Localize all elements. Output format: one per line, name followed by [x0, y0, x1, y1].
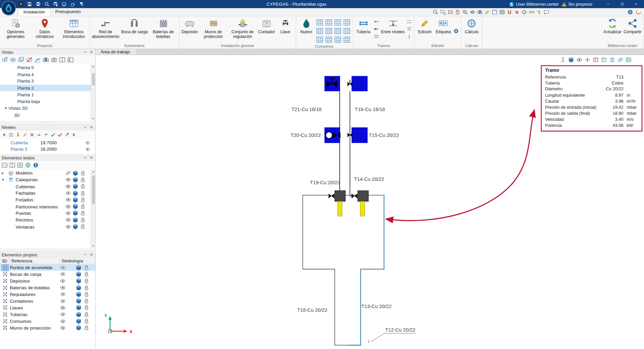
cube-icon[interactable]	[72, 183, 78, 189]
cube-icon[interactable]	[75, 278, 82, 284]
ribbon-button-edicion[interactable]: Edición	[416, 17, 434, 34]
check-red-icon[interactable]	[57, 132, 63, 138]
ribbon-button-deposito[interactable]: Depósito	[180, 17, 199, 34]
pipe-delete-icon[interactable]	[373, 26, 379, 32]
eye-icon[interactable]	[60, 318, 66, 324]
scroll-down-icon[interactable]: ▾	[93, 244, 94, 248]
zoom-window-icon[interactable]	[440, 9, 446, 15]
window-icon[interactable]	[492, 9, 498, 15]
tree-item-cubiertas[interactable]: Cubiertas	[0, 183, 91, 190]
circle-x-icon[interactable]	[453, 28, 459, 34]
grid-teal-icon[interactable]	[626, 57, 632, 63]
consumo-window-icon[interactable]	[343, 18, 351, 26]
contador-box[interactable]	[335, 191, 345, 201]
grid4-icon[interactable]	[17, 162, 23, 168]
pipe-stub-yellow[interactable]	[338, 201, 342, 216]
find-icon[interactable]	[432, 9, 438, 15]
eye-icon[interactable]	[576, 57, 582, 63]
propios-row-muros-de-proteccion[interactable]: Muros de protección	[0, 325, 95, 331]
plot-icon[interactable]	[61, 1, 67, 7]
next-icon[interactable]	[71, 132, 77, 138]
ribbon-button-boca-de-carga[interactable]: Boca de carga	[120, 17, 149, 34]
panel-resize-grip[interactable]: ·······	[0, 248, 95, 252]
previous-view-icon[interactable]	[462, 9, 468, 15]
camera-icon[interactable]	[42, 56, 49, 63]
propios-row-bocas-de-carga[interactable]: Bocas de carga	[0, 271, 95, 278]
minimize-button[interactable]	[601, 0, 615, 8]
tree-item-forjados[interactable]: Forjados	[0, 197, 91, 203]
prev-icon[interactable]	[1, 132, 7, 138]
scroll-up-icon[interactable]: ▴	[93, 64, 94, 68]
vista-item-planta-5[interactable]: Planta 5	[0, 64, 91, 71]
cube-icon[interactable]	[568, 57, 574, 63]
level-dash-icon[interactable]	[407, 18, 413, 24]
expander-icon[interactable]: ▸	[0, 171, 6, 175]
eye-icon[interactable]	[85, 140, 90, 145]
ribbon-tab-presupuesto[interactable]: Presupuesto	[50, 8, 86, 16]
cube-icon[interactable]	[75, 291, 82, 297]
cube-icon[interactable]	[72, 177, 78, 183]
arrow-ne-icon[interactable]	[64, 132, 70, 138]
comment-icon[interactable]	[543, 9, 549, 15]
contador-box[interactable]	[358, 191, 369, 201]
lock-icon[interactable]	[84, 318, 90, 324]
lock-icon[interactable]	[80, 190, 86, 196]
hammer-icon[interactable]	[536, 9, 542, 15]
app-menu-icon[interactable]	[18, 1, 24, 7]
cube-icon[interactable]	[72, 203, 78, 209]
cube-icon[interactable]	[75, 325, 82, 331]
magnet-icon[interactable]	[506, 9, 513, 15]
pencil-small-icon[interactable]	[22, 132, 28, 138]
maximize-button[interactable]	[615, 0, 629, 8]
nivel-row-cubierta[interactable]: Cubierta19.7000	[0, 139, 95, 146]
cube-icon[interactable]	[72, 210, 78, 216]
view-del-icon[interactable]	[26, 56, 33, 63]
scroll-down-icon[interactable]: ▾	[93, 117, 94, 121]
down-icon[interactable]	[43, 132, 49, 138]
cube-icon[interactable]	[75, 311, 82, 317]
chevron-down-icon[interactable]	[83, 50, 87, 54]
ribbon-button-compartir[interactable]: Compartir	[623, 17, 642, 34]
pipe-stub-yellow[interactable]	[360, 201, 365, 216]
lock-icon[interactable]	[84, 311, 90, 317]
scrollbar[interactable]: ▴ ▾	[91, 170, 95, 248]
columns-icon[interactable]	[9, 162, 16, 168]
close-icon[interactable]	[89, 125, 94, 129]
pan-icon[interactable]	[455, 9, 461, 15]
lock-icon[interactable]	[80, 203, 86, 209]
close-icon[interactable]	[89, 155, 94, 160]
level-dash2-icon[interactable]	[407, 26, 413, 32]
drawing-canvas[interactable]: Y X i T21-Cu 16/18T16-Cu 16/18T20-Cu 20/…	[96, 55, 644, 349]
check-blue-icon[interactable]	[50, 132, 56, 138]
tree-item-categorias[interactable]: ▾Categorías	[0, 177, 91, 183]
undo-icon[interactable]	[70, 1, 75, 7]
eye-off-icon[interactable]	[617, 57, 623, 63]
ribbon-button-datos-climaticos[interactable]: Datos climáticos	[31, 17, 59, 39]
propios-row-llaves[interactable]: Llaves	[0, 304, 95, 311]
table-green-icon[interactable]	[601, 57, 607, 63]
split-icon[interactable]	[1, 162, 8, 168]
lock-icon[interactable]	[84, 278, 90, 284]
eye-icon[interactable]	[65, 224, 71, 230]
ribbon-button-baterias-de-botellas[interactable]: Baterías de botellas	[149, 17, 178, 39]
cube-icon[interactable]	[72, 170, 78, 176]
eye-icon[interactable]	[65, 210, 71, 216]
eye-icon[interactable]	[60, 292, 66, 297]
scrollbar[interactable]: ▴ ▾	[91, 64, 95, 121]
close-icon[interactable]	[89, 50, 94, 54]
orbit-icon[interactable]	[470, 9, 476, 15]
bim-alert-icon[interactable]	[635, 9, 641, 15]
pipe-riser-right[interactable]	[350, 91, 352, 196]
layers-icon[interactable]	[609, 57, 615, 63]
view-add-icon[interactable]	[1, 56, 8, 63]
brush-icon[interactable]	[15, 132, 21, 138]
vista-item-vistas-3d[interactable]: ▾Vistas 3D	[0, 105, 91, 111]
lock-icon[interactable]	[84, 285, 90, 291]
ribbon-tab-instalacion[interactable]: Instalación	[18, 8, 50, 16]
propios-row-puntos-de-acometida[interactable]: Puntos de acometida	[0, 264, 95, 271]
cube-icon[interactable]	[75, 264, 82, 270]
project-warning[interactable]: Sin proyecto	[561, 1, 592, 7]
ribbon-button-llave[interactable]: Llave	[276, 17, 294, 34]
expander-icon[interactable]: ▾	[0, 178, 6, 182]
consumo-window-icon[interactable]	[334, 27, 341, 35]
